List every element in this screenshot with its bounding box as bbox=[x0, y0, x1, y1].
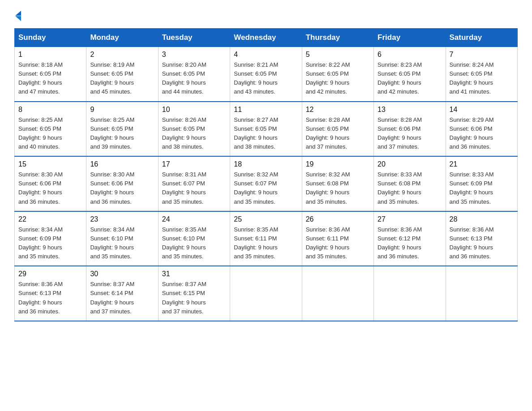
day-info: Sunrise: 8:28 AM Sunset: 6:06 PM Dayligh… bbox=[378, 116, 442, 152]
day-cell: 12 Sunrise: 8:28 AM Sunset: 6:05 PM Dayl… bbox=[302, 102, 373, 157]
header-monday: Monday bbox=[86, 29, 158, 47]
day-info: Sunrise: 8:20 AM Sunset: 6:05 PM Dayligh… bbox=[162, 60, 226, 97]
header-saturday: Saturday bbox=[446, 29, 517, 47]
day-number: 5 bbox=[306, 51, 370, 59]
day-cell: 6 Sunrise: 8:23 AM Sunset: 6:05 PM Dayli… bbox=[374, 47, 446, 102]
logo bbox=[14, 11, 21, 21]
header-sunday: Sunday bbox=[15, 29, 86, 47]
day-number: 14 bbox=[450, 106, 514, 114]
day-info: Sunrise: 8:36 AM Sunset: 6:12 PM Dayligh… bbox=[378, 225, 442, 261]
day-info: Sunrise: 8:32 AM Sunset: 6:08 PM Dayligh… bbox=[306, 170, 370, 206]
day-number: 13 bbox=[378, 106, 442, 114]
day-cell bbox=[374, 266, 446, 321]
day-info: Sunrise: 8:23 AM Sunset: 6:05 PM Dayligh… bbox=[378, 60, 442, 97]
day-number: 4 bbox=[234, 51, 298, 59]
day-info: Sunrise: 8:32 AM Sunset: 6:07 PM Dayligh… bbox=[234, 170, 298, 206]
day-info: Sunrise: 8:36 AM Sunset: 6:11 PM Dayligh… bbox=[306, 225, 370, 261]
day-cell: 15 Sunrise: 8:30 AM Sunset: 6:06 PM Dayl… bbox=[15, 156, 86, 211]
day-info: Sunrise: 8:31 AM Sunset: 6:07 PM Dayligh… bbox=[162, 170, 226, 206]
day-number: 2 bbox=[90, 51, 154, 59]
header-friday: Friday bbox=[374, 29, 446, 47]
day-number: 29 bbox=[18, 270, 82, 278]
week-row-4: 22 Sunrise: 8:34 AM Sunset: 6:09 PM Dayl… bbox=[15, 211, 518, 266]
day-cell: 18 Sunrise: 8:32 AM Sunset: 6:07 PM Dayl… bbox=[230, 156, 302, 211]
day-info: Sunrise: 8:36 AM Sunset: 6:13 PM Dayligh… bbox=[18, 280, 82, 316]
day-cell: 23 Sunrise: 8:34 AM Sunset: 6:10 PM Dayl… bbox=[86, 211, 158, 266]
day-number: 6 bbox=[378, 51, 442, 59]
day-info: Sunrise: 8:35 AM Sunset: 6:10 PM Dayligh… bbox=[162, 225, 226, 261]
day-number: 3 bbox=[162, 51, 226, 59]
page-header bbox=[14, 11, 518, 21]
day-cell: 13 Sunrise: 8:28 AM Sunset: 6:06 PM Dayl… bbox=[374, 102, 446, 157]
day-number: 9 bbox=[90, 106, 154, 114]
header-wednesday: Wednesday bbox=[230, 29, 302, 47]
header-thursday: Thursday bbox=[302, 29, 373, 47]
day-number: 1 bbox=[18, 51, 82, 59]
day-number: 12 bbox=[306, 106, 370, 114]
day-cell: 26 Sunrise: 8:36 AM Sunset: 6:11 PM Dayl… bbox=[302, 211, 373, 266]
day-number: 19 bbox=[306, 160, 370, 168]
day-number: 25 bbox=[234, 215, 298, 223]
day-info: Sunrise: 8:26 AM Sunset: 6:05 PM Dayligh… bbox=[162, 116, 226, 152]
day-info: Sunrise: 8:21 AM Sunset: 6:05 PM Dayligh… bbox=[234, 60, 298, 97]
day-info: Sunrise: 8:36 AM Sunset: 6:13 PM Dayligh… bbox=[450, 225, 514, 261]
day-cell: 14 Sunrise: 8:29 AM Sunset: 6:06 PM Dayl… bbox=[446, 102, 517, 157]
day-info: Sunrise: 8:25 AM Sunset: 6:05 PM Dayligh… bbox=[90, 116, 154, 152]
day-number: 27 bbox=[378, 215, 442, 223]
day-cell: 3 Sunrise: 8:20 AM Sunset: 6:05 PM Dayli… bbox=[158, 47, 230, 102]
day-cell: 29 Sunrise: 8:36 AM Sunset: 6:13 PM Dayl… bbox=[15, 266, 86, 321]
day-info: Sunrise: 8:29 AM Sunset: 6:06 PM Dayligh… bbox=[450, 116, 514, 152]
day-cell: 8 Sunrise: 8:25 AM Sunset: 6:05 PM Dayli… bbox=[15, 102, 86, 157]
day-cell: 2 Sunrise: 8:19 AM Sunset: 6:05 PM Dayli… bbox=[86, 47, 158, 102]
day-cell: 30 Sunrise: 8:37 AM Sunset: 6:14 PM Dayl… bbox=[86, 266, 158, 321]
week-row-3: 15 Sunrise: 8:30 AM Sunset: 6:06 PM Dayl… bbox=[15, 156, 518, 211]
day-cell: 7 Sunrise: 8:24 AM Sunset: 6:05 PM Dayli… bbox=[446, 47, 517, 102]
day-info: Sunrise: 8:30 AM Sunset: 6:06 PM Dayligh… bbox=[18, 170, 82, 206]
day-number: 22 bbox=[18, 215, 82, 223]
day-number: 11 bbox=[234, 106, 298, 114]
day-number: 17 bbox=[162, 160, 226, 168]
weekday-header-row: SundayMondayTuesdayWednesdayThursdayFrid… bbox=[15, 29, 518, 47]
day-cell: 25 Sunrise: 8:35 AM Sunset: 6:11 PM Dayl… bbox=[230, 211, 302, 266]
week-row-5: 29 Sunrise: 8:36 AM Sunset: 6:13 PM Dayl… bbox=[15, 266, 518, 321]
day-number: 26 bbox=[306, 215, 370, 223]
day-cell: 20 Sunrise: 8:33 AM Sunset: 6:08 PM Dayl… bbox=[374, 156, 446, 211]
day-info: Sunrise: 8:19 AM Sunset: 6:05 PM Dayligh… bbox=[90, 60, 154, 97]
calendar-table: SundayMondayTuesdayWednesdayThursdayFrid… bbox=[14, 28, 518, 321]
day-cell: 9 Sunrise: 8:25 AM Sunset: 6:05 PM Dayli… bbox=[86, 102, 158, 157]
day-number: 8 bbox=[18, 106, 82, 114]
day-number: 23 bbox=[90, 215, 154, 223]
day-number: 21 bbox=[450, 160, 514, 168]
day-cell: 10 Sunrise: 8:26 AM Sunset: 6:05 PM Dayl… bbox=[158, 102, 230, 157]
day-cell bbox=[446, 266, 517, 321]
day-cell: 22 Sunrise: 8:34 AM Sunset: 6:09 PM Dayl… bbox=[15, 211, 86, 266]
day-info: Sunrise: 8:37 AM Sunset: 6:14 PM Dayligh… bbox=[90, 280, 154, 316]
day-info: Sunrise: 8:33 AM Sunset: 6:09 PM Dayligh… bbox=[450, 170, 514, 206]
day-cell: 17 Sunrise: 8:31 AM Sunset: 6:07 PM Dayl… bbox=[158, 156, 230, 211]
day-number: 20 bbox=[378, 160, 442, 168]
day-cell: 16 Sunrise: 8:30 AM Sunset: 6:06 PM Dayl… bbox=[86, 156, 158, 211]
day-cell: 21 Sunrise: 8:33 AM Sunset: 6:09 PM Dayl… bbox=[446, 156, 517, 211]
day-info: Sunrise: 8:28 AM Sunset: 6:05 PM Dayligh… bbox=[306, 116, 370, 152]
day-info: Sunrise: 8:34 AM Sunset: 6:09 PM Dayligh… bbox=[18, 225, 82, 261]
day-cell: 1 Sunrise: 8:18 AM Sunset: 6:05 PM Dayli… bbox=[15, 47, 86, 102]
day-info: Sunrise: 8:27 AM Sunset: 6:05 PM Dayligh… bbox=[234, 116, 298, 152]
day-number: 24 bbox=[162, 215, 226, 223]
day-cell: 19 Sunrise: 8:32 AM Sunset: 6:08 PM Dayl… bbox=[302, 156, 373, 211]
day-cell: 5 Sunrise: 8:22 AM Sunset: 6:05 PM Dayli… bbox=[302, 47, 373, 102]
day-cell: 11 Sunrise: 8:27 AM Sunset: 6:05 PM Dayl… bbox=[230, 102, 302, 157]
day-number: 15 bbox=[18, 160, 82, 168]
day-number: 28 bbox=[450, 215, 514, 223]
day-number: 18 bbox=[234, 160, 298, 168]
day-number: 31 bbox=[162, 270, 226, 278]
day-cell: 27 Sunrise: 8:36 AM Sunset: 6:12 PM Dayl… bbox=[374, 211, 446, 266]
day-info: Sunrise: 8:24 AM Sunset: 6:05 PM Dayligh… bbox=[450, 60, 514, 97]
day-info: Sunrise: 8:30 AM Sunset: 6:06 PM Dayligh… bbox=[90, 170, 154, 206]
day-cell: 28 Sunrise: 8:36 AM Sunset: 6:13 PM Dayl… bbox=[446, 211, 517, 266]
day-info: Sunrise: 8:18 AM Sunset: 6:05 PM Dayligh… bbox=[18, 60, 82, 97]
day-cell bbox=[230, 266, 302, 321]
day-number: 30 bbox=[90, 270, 154, 278]
day-cell: 4 Sunrise: 8:21 AM Sunset: 6:05 PM Dayli… bbox=[230, 47, 302, 102]
day-info: Sunrise: 8:33 AM Sunset: 6:08 PM Dayligh… bbox=[378, 170, 442, 206]
day-info: Sunrise: 8:37 AM Sunset: 6:15 PM Dayligh… bbox=[162, 280, 226, 316]
